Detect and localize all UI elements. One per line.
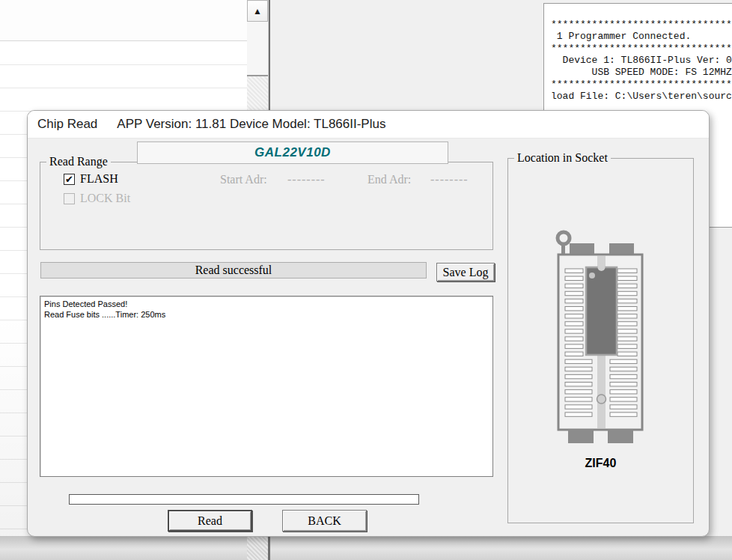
lock-bit-checkbox[interactable] [64,193,75,204]
chip-name-panel: GAL22V10D [137,141,448,164]
dialog-subtitle: APP Version: 11.81 Device Model: TL866II… [117,117,385,132]
start-adr-value: -------- [287,173,326,186]
console-text: ****************************************… [544,4,732,109]
lock-bit-label: LOCK Bit [80,192,130,205]
flash-checkbox[interactable]: ✔ [64,174,75,185]
location-in-socket-label: Location in Socket [514,151,611,165]
chip-icon [586,267,617,355]
flash-label: FLASH [80,172,118,186]
up-arrow-icon: ▲ [253,7,262,16]
status-bar: Read successful [40,262,427,279]
back-button[interactable]: BACK [282,510,367,532]
dialog-title: Chip Read [37,117,97,132]
zif-socket-graphic [551,228,648,448]
checkmark-icon: ✔ [65,174,73,184]
read-button[interactable]: Read [168,510,252,532]
scrollbar-up-button[interactable]: ▲ [247,0,268,22]
save-log-button[interactable]: Save Log [436,263,495,281]
bottom-scrollbar-strip [247,536,268,560]
status-text: Read successful [195,264,272,277]
result-log-area[interactable]: Pins Detected Passed! Read Fuse bits ...… [40,296,493,477]
bottom-panel-divider [268,536,270,560]
bottom-strip [0,536,732,560]
end-adr-label: End Adr: [367,173,411,186]
chip-read-dialog: Chip Read APP Version: 11.81 Device Mode… [27,110,710,537]
start-adr-label: Start Adr: [220,173,267,186]
read-range-label: Read Range [46,155,111,168]
progress-bar [69,494,419,505]
dialog-title-bar[interactable]: Chip Read APP Version: 11.81 Device Mode… [28,111,709,139]
chip-name: GAL22V10D [254,145,331,160]
save-log-label: Save Log [443,266,489,279]
socket-type-label: ZIF40 [507,457,694,470]
device-list-header [0,0,247,41]
read-button-label: Read [198,514,222,528]
socket-lever-icon [558,232,570,244]
end-adr-value: -------- [430,173,469,186]
result-log-text: Pins Detected Passed! Read Fuse bits ...… [40,296,492,322]
back-button-label: BACK [308,514,341,528]
